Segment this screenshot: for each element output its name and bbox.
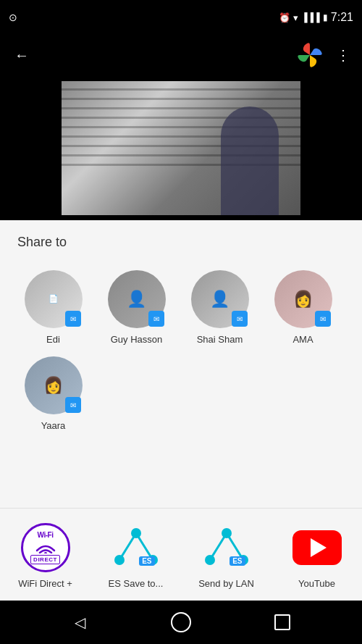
nav-home-button[interactable] xyxy=(167,608,195,637)
share-title: Share to xyxy=(0,220,362,259)
status-bar-right: ⏰ ▾ ▐▐▐ ▮ 7:21 xyxy=(279,11,353,24)
time-display: 7:21 xyxy=(331,11,353,24)
signal-icon: ▐▐▐ xyxy=(301,12,320,22)
wifi-direct-label: WiFi Direct + xyxy=(18,578,72,589)
location-icon: ⊙ xyxy=(9,12,17,23)
avatar-yaara-wrapper: 👩 ✉ xyxy=(25,356,83,414)
contact-edi[interactable]: 📄 ✉ Edi xyxy=(12,264,95,351)
guy-badge: ✉ xyxy=(148,311,164,327)
contact-shai[interactable]: 👤 ✉ Shai Sham xyxy=(178,264,261,351)
avatar-edi-wrapper: 📄 ✉ xyxy=(25,270,83,328)
svg-line-4 xyxy=(119,533,136,560)
contact-edi-name: Edi xyxy=(46,334,60,345)
video-thumbnail xyxy=(62,81,300,215)
app-es-save[interactable]: ES ES Save to... xyxy=(96,517,176,595)
wifi-direct-icon: Wi-Fi DIRECT xyxy=(21,523,70,572)
top-bar-left: ← xyxy=(6,39,38,71)
send-lan-label: Send by LAN xyxy=(198,578,254,589)
nav-recent-button[interactable] xyxy=(268,608,297,637)
youtube-play-icon xyxy=(311,538,327,557)
app-youtube[interactable]: YouTube xyxy=(277,517,357,595)
top-bar: ← ⋮ xyxy=(0,35,362,75)
main-container: ← ⋮ xyxy=(0,35,362,644)
nav-back-icon: ◁ xyxy=(75,614,85,631)
contact-ama-name: AMA xyxy=(292,334,313,345)
person-silhouette xyxy=(221,106,279,215)
wifi-icon: ▾ xyxy=(293,12,298,23)
send-lan-icon: ES xyxy=(202,523,251,572)
nav-recent-icon xyxy=(274,614,290,630)
ama-badge: ✉ xyxy=(315,311,331,327)
avatar-guy-wrapper: 👤 ✉ xyxy=(108,270,166,328)
es-save-icon: ES xyxy=(111,523,161,572)
spacer xyxy=(0,448,362,508)
status-bar: ⊙ ⏰ ▾ ▐▐▐ ▮ 7:21 xyxy=(0,0,362,35)
youtube-label: YouTube xyxy=(298,578,335,589)
back-arrow-icon: ← xyxy=(14,47,29,64)
avatar-shai-wrapper: 👤 ✉ xyxy=(191,270,249,328)
app-send-lan[interactable]: ES Send by LAN xyxy=(187,517,266,595)
alarm-icon: ⏰ xyxy=(279,12,290,23)
apps-row: Wi-Fi DIRECT WiFi Direct + xyxy=(0,508,362,601)
battery-icon: ▮ xyxy=(323,12,328,22)
shai-badge: ✉ xyxy=(232,311,248,327)
edi-badge: ✉ xyxy=(65,311,81,327)
youtube-icon xyxy=(292,523,342,572)
back-button[interactable]: ← xyxy=(6,39,38,71)
nav-home-icon xyxy=(171,612,191,632)
video-thumbnail-inner xyxy=(62,81,300,215)
nav-back-button[interactable]: ◁ xyxy=(65,608,94,637)
avatar-ama-wrapper: 👩 ✉ xyxy=(274,270,332,328)
contact-ama[interactable]: 👩 ✉ AMA xyxy=(261,264,345,351)
more-icon: ⋮ xyxy=(336,46,351,64)
pinwheel-icon xyxy=(295,41,324,70)
status-bar-left: ⊙ xyxy=(9,12,17,23)
svg-line-9 xyxy=(210,533,227,560)
video-area xyxy=(0,75,362,220)
nav-bar: ◁ xyxy=(0,601,362,644)
contacts-area: 📄 ✉ Edi 👤 ✉ Guy Hasson xyxy=(0,259,362,448)
contact-shai-name: Shai Sham xyxy=(197,334,243,345)
app-wifi-direct[interactable]: Wi-Fi DIRECT WiFi Direct + xyxy=(6,517,85,595)
contact-guy-name: Guy Hasson xyxy=(111,334,163,345)
es-badge: ES xyxy=(139,556,154,566)
contact-yaara[interactable]: 👩 ✉ Yaara xyxy=(12,351,95,437)
yaara-badge: ✉ xyxy=(65,397,81,413)
contact-yaara-name: Yaara xyxy=(41,420,66,431)
send-lan-badge: ES xyxy=(230,556,245,566)
top-bar-right: ⋮ xyxy=(295,41,356,70)
more-options-button[interactable]: ⋮ xyxy=(330,42,356,68)
contact-guy[interactable]: 👤 ✉ Guy Hasson xyxy=(95,264,178,351)
share-panel: Share to 📄 ✉ Edi 👤 xyxy=(0,220,362,601)
svg-point-0 xyxy=(44,552,47,553)
es-save-label: ES Save to... xyxy=(109,578,164,589)
